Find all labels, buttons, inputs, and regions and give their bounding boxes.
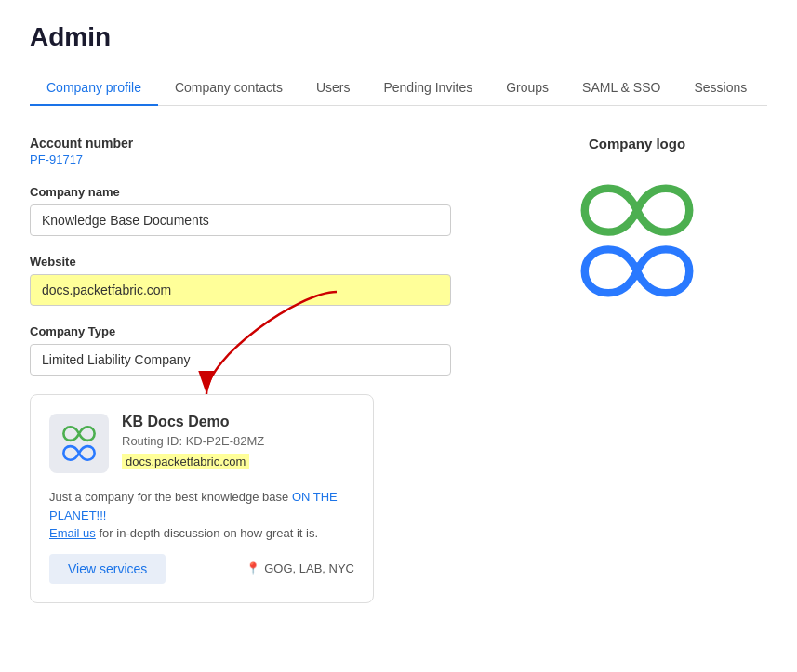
account-number-group: Account number PF-91717 — [30, 136, 451, 166]
company-name-input[interactable] — [30, 204, 451, 236]
routing-value: KD-P2E-82MZ — [186, 434, 265, 448]
company-name-label: Company name — [30, 185, 451, 199]
card-logo — [49, 414, 109, 473]
card-footer: View services 📍 GOG, LAB, NYC — [49, 554, 354, 584]
email-link[interactable]: Email us — [49, 526, 96, 540]
content-area: Account number PF-91717 Company name Web… — [30, 136, 767, 603]
view-services-button[interactable]: View services — [49, 554, 166, 584]
desc-part1: Just a company for the best knowledge ba… — [49, 490, 292, 504]
tab-company-contacts[interactable]: Company contacts — [158, 71, 299, 106]
location-text: GOG, LAB, NYC — [264, 561, 354, 575]
small-logo-svg — [55, 419, 103, 468]
card-header: KB Docs Demo Routing ID: KD-P2E-82MZ doc… — [49, 414, 354, 473]
company-logo-label: Company logo — [589, 136, 685, 152]
tab-company-profile[interactable]: Company profile — [30, 71, 158, 106]
website-label: Website — [30, 255, 451, 269]
website-group: Website — [30, 255, 451, 306]
tab-sessions[interactable]: Sessions — [677, 71, 764, 106]
company-logo-container — [563, 166, 711, 315]
routing-label: Routing ID: — [122, 434, 182, 448]
card-routing: Routing ID: KD-P2E-82MZ — [122, 434, 354, 448]
tab-saml-sso[interactable]: SAML & SSO — [565, 71, 677, 106]
card-website: docs.packetfabric.com — [122, 454, 249, 469]
company-type-label: Company Type — [30, 324, 451, 338]
account-number-value: PF-91717 — [30, 152, 451, 166]
card-company-name: KB Docs Demo — [122, 414, 354, 430]
desc-part3: for in-depth discussion on how great it … — [96, 526, 318, 540]
website-input[interactable] — [30, 274, 451, 306]
right-panel: Company logo — [507, 136, 767, 603]
location-pin-icon: 📍 — [246, 561, 260, 575]
company-type-input[interactable] — [30, 344, 451, 376]
tab-pending-invites[interactable]: Pending Invites — [366, 71, 489, 106]
company-name-group: Company name — [30, 185, 451, 236]
preview-area: KB Docs Demo Routing ID: KD-P2E-82MZ doc… — [30, 394, 451, 603]
left-panel: Account number PF-91717 Company name Web… — [30, 136, 451, 603]
company-logo-svg — [567, 171, 707, 310]
card-info: KB Docs Demo Routing ID: KD-P2E-82MZ doc… — [122, 414, 354, 469]
card-description: Just a company for the best knowledge ba… — [49, 488, 354, 543]
preview-card: KB Docs Demo Routing ID: KD-P2E-82MZ doc… — [30, 394, 374, 603]
company-type-group: Company Type — [30, 324, 451, 376]
card-location: 📍 GOG, LAB, NYC — [246, 561, 354, 575]
tab-users[interactable]: Users — [299, 71, 367, 106]
page-title: Admin — [30, 22, 767, 52]
tab-groups[interactable]: Groups — [489, 71, 565, 106]
account-number-label: Account number — [30, 136, 451, 151]
tabs-nav: Company profile Company contacts Users P… — [30, 71, 767, 106]
